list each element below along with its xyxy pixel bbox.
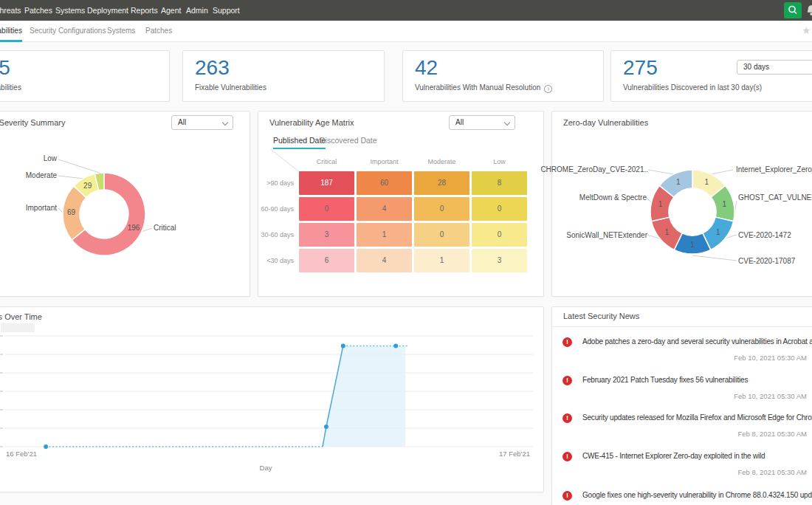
x-axis-label: Day <box>221 464 310 472</box>
news-item[interactable]: CWE-415 - Internet Explorer Zero-day exp… <box>582 452 808 460</box>
matrix-cell-60-90-days-critical[interactable]: 0 <box>299 197 354 221</box>
matrix-col-header-important: Important <box>357 158 412 165</box>
matrix-cell-30-days-important[interactable]: 4 <box>357 249 412 272</box>
donut-label-low: Low <box>20 154 57 162</box>
news-item[interactable]: February 2021 Patch Tuesday fixes 56 vul… <box>582 376 808 384</box>
stat-card-discovered-last-30-days[interactable]: 275 Vulnerabilities Discovered in last 3… <box>610 50 812 102</box>
donut-value-cve-2020-17087: 1 <box>690 241 695 249</box>
matrix-col-header-critical: Critical <box>299 158 354 165</box>
news-item-time: Feb 10, 2021 05:30 AM <box>585 392 807 400</box>
tab-vulnerabilities[interactable]: Vulnerabilities <box>0 21 22 42</box>
matrix-row-header-90-days: >90 days <box>251 171 294 195</box>
donut-label-cve-2020-17087: CVE-2020-17087 <box>738 257 795 265</box>
nav-item-admin[interactable]: Admin <box>186 0 208 21</box>
donut-label-important: Important <box>4 204 57 212</box>
stat-value: 42 <box>415 56 603 80</box>
alert-icon <box>562 491 572 501</box>
news-item-time: Feb 8, 2021 05:30 AM <box>585 430 807 438</box>
news-item[interactable]: Security updates released for Mozilla Fi… <box>582 413 808 422</box>
news-divider <box>552 326 812 327</box>
age-matrix-title: Vulnerability Age Matrix <box>269 118 354 127</box>
matrix-col-header-low: Low <box>472 158 527 165</box>
donut-value-internet-explorer-zero-day: 1 <box>705 178 709 186</box>
severity-donut-chart: 1966929 <box>60 170 148 258</box>
stat-label: Vulnerabilities With Manual Resolution <box>415 83 603 93</box>
data-point-marker[interactable] <box>44 444 48 449</box>
info-icon[interactable] <box>544 85 552 93</box>
news-item[interactable]: Google fixes one high-severity vulnerabi… <box>582 491 808 499</box>
tab-patches[interactable]: Patches <box>145 21 172 42</box>
donut-value-sonicwall-netextender: 1 <box>664 228 669 236</box>
zero-day-donut-chart: 1111111 <box>648 168 737 256</box>
news-item[interactable]: Adobe patches a zero-day and several sec… <box>582 337 808 346</box>
over-time-area-chart <box>0 329 546 476</box>
alert-icon <box>562 337 572 347</box>
nav-item-deployment[interactable]: Deployment <box>87 0 128 21</box>
matrix-cell-90-days-low[interactable]: 8 <box>472 171 527 195</box>
donut-label-sonicwall-netextender: SonicWall_NETExtender <box>566 231 647 239</box>
matrix-cell-90-days-moderate[interactable]: 28 <box>414 171 469 195</box>
donut-value-important: 69 <box>67 208 76 216</box>
nav-item-support[interactable]: Support <box>213 0 240 21</box>
donut-value-meltdown-spectre: 1 <box>658 200 663 208</box>
nav-item-threats[interactable]: Threats <box>0 0 21 21</box>
age-matrix-filter-select[interactable]: All <box>449 115 515 130</box>
x-tick-start: 16 Feb'21 <box>6 450 37 458</box>
stat-value: 263 <box>195 56 384 80</box>
tab-published-date[interactable]: Published Date <box>273 136 326 149</box>
tab-discovered-date[interactable]: Discovered Date <box>320 136 377 148</box>
stat-card-fixable-vulnerabilities[interactable]: 263 Fixable Vulnerabilities <box>182 50 385 102</box>
data-point-marker[interactable] <box>324 425 328 429</box>
stat-label: Vulnerabilities <box>0 83 169 92</box>
search-button[interactable] <box>784 2 802 18</box>
data-point-marker[interactable] <box>393 344 398 348</box>
matrix-col-header-moderate: Moderate <box>414 158 469 165</box>
notifications-button[interactable] <box>805 4 812 17</box>
stat-card-total-vulnerabilities[interactable]: 305 Vulnerabilities <box>0 50 170 102</box>
news-item-time: Feb 10, 2021 05:30 AM <box>585 354 807 362</box>
matrix-cell-60-90-days-important[interactable]: 4 <box>357 197 412 221</box>
matrix-cell-90-days-important[interactable]: 60 <box>357 171 412 195</box>
matrix-cell-60-90-days-moderate[interactable]: 0 <box>414 197 469 221</box>
tab-security-configurations[interactable]: Security Configurations <box>30 21 106 42</box>
stat-label: Fixable Vulnerabilities <box>195 83 384 92</box>
x-tick-end: 17 Feb'21 <box>486 450 530 458</box>
dashboard-page: { "navbar": { "items": ["Threats", "Patc… <box>0 0 812 505</box>
days-filter-select[interactable]: 30 days <box>737 60 812 75</box>
matrix-row-header-60-90-days: 60-90 days <box>251 197 294 221</box>
matrix-cell-90-days-critical[interactable]: 187 <box>299 171 354 195</box>
matrix-cell-30-60-days-critical[interactable]: 3 <box>299 223 354 247</box>
matrix-cell-30-days-moderate[interactable]: 1 <box>414 249 469 272</box>
matrix-cell-30-days-low[interactable]: 3 <box>472 249 527 272</box>
matrix-cell-60-90-days-low[interactable]: 0 <box>472 197 527 221</box>
donut-label-meltdown-spectre: MeltDown & Spectre <box>573 193 647 202</box>
area-fill <box>323 346 405 447</box>
donut-label-cve-2020-1472: CVE-2020-1472 <box>738 231 791 239</box>
stat-card-manual-resolution[interactable]: 42 Vulnerabilities With Manual Resolutio… <box>402 50 604 102</box>
search-icon <box>784 8 802 21</box>
donut-value-critical: 196 <box>128 224 140 232</box>
over-time-title: Vulnerabilities Over Time <box>0 312 42 321</box>
nav-item-agent[interactable]: Agent <box>161 0 181 21</box>
donut-label-critical: Critical <box>154 224 176 232</box>
nav-item-patches[interactable]: Patches <box>24 0 52 21</box>
nav-item-systems[interactable]: Systems <box>55 0 85 21</box>
security-news-title: Latest Security News <box>563 312 639 320</box>
matrix-cell-30-60-days-important[interactable]: 1 <box>357 223 412 247</box>
matrix-cell-30-days-critical[interactable]: 6 <box>299 249 354 272</box>
favorite-star-icon[interactable]: ★ <box>802 24 811 36</box>
stat-label: Vulnerabilities Discovered in last 30 da… <box>623 83 812 92</box>
matrix-cell-30-60-days-low[interactable]: 0 <box>472 223 527 247</box>
donut-label-ghost-cat: GHOST_CAT_VULNERABILITY <box>738 193 812 202</box>
data-point-marker[interactable] <box>341 344 345 348</box>
alert-icon <box>562 452 572 461</box>
donut-label-chrome-zeroday: CHROME_ZeroDay_CVE-2021.. <box>539 165 648 174</box>
tab-systems[interactable]: Systems <box>107 21 135 42</box>
nav-item-reports[interactable]: Reports <box>131 0 158 21</box>
donut-label-moderate: Moderate <box>7 171 57 179</box>
stat-value: 305 <box>0 56 169 80</box>
chevron-down-icon <box>504 120 510 126</box>
donut-value-moderate: 29 <box>83 182 92 190</box>
alert-icon <box>562 376 572 385</box>
matrix-cell-30-60-days-moderate[interactable]: 0 <box>414 223 469 247</box>
